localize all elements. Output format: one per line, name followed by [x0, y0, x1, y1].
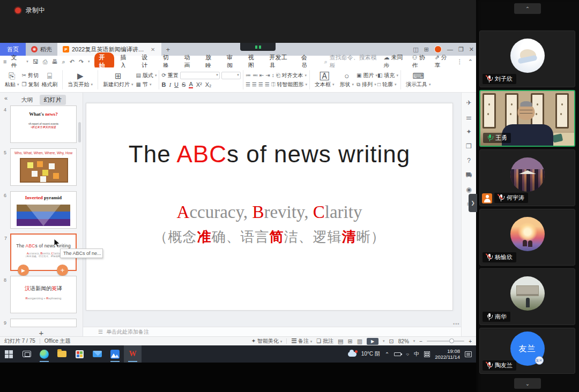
redo-icon[interactable]: ↷: [79, 58, 84, 65]
outdent-icon[interactable]: ⇤: [259, 72, 264, 78]
task-view-button[interactable]: [18, 345, 35, 363]
account-avatar[interactable]: [434, 46, 442, 53]
scroll-down-button[interactable]: ⌄: [514, 378, 541, 389]
zoom-knob[interactable]: [449, 338, 454, 343]
font-name-select[interactable]: [180, 72, 220, 79]
panel-scrollbar[interactable]: [78, 122, 81, 142]
tab-close-icon[interactable]: ✕: [150, 47, 156, 52]
meeting-app-button[interactable]: [106, 345, 124, 363]
bold-button[interactable]: B: [161, 81, 166, 88]
layout-button[interactable]: ▤版式▾: [136, 72, 157, 79]
help-icon[interactable]: ?: [467, 157, 471, 164]
ribbon-collapse-icon[interactable]: ⌃: [468, 58, 473, 65]
current-slide[interactable]: The ABCs of news writing Accuracy, Brevi…: [86, 103, 453, 311]
file-explorer-button[interactable]: [53, 345, 71, 363]
undo-icon[interactable]: ↶: [70, 58, 75, 65]
cut-button[interactable]: ✂剪切: [22, 72, 39, 79]
object-properties-icon[interactable]: ⚌: [466, 114, 472, 121]
justify-icon[interactable]: ☰: [265, 81, 270, 87]
italic-button[interactable]: I: [169, 81, 171, 88]
indent-icon[interactable]: ⇥: [265, 72, 270, 78]
participant-tile[interactable]: 南华: [479, 268, 575, 325]
normal-view-icon[interactable]: ▤: [338, 338, 343, 345]
scroll-up-button[interactable]: ⌃: [514, 3, 541, 14]
notes-resize-handle[interactable]: •••: [453, 321, 459, 327]
comments-button[interactable]: ❑ 批注: [316, 337, 333, 345]
subscript-button[interactable]: X₂: [205, 81, 212, 88]
participant-tile[interactable]: 杨愉欣: [479, 209, 575, 266]
slide-thumb-8[interactable]: 8 汉语新闻的英译 Reorganizing + Rephrasing: [10, 276, 77, 313]
fit-window-icon[interactable]: ⊡: [389, 338, 394, 345]
interface-mode-icon[interactable]: ◫: [413, 46, 418, 53]
clock[interactable]: 19:08 2022/11/14: [435, 348, 460, 360]
format-painter-button[interactable]: ⌸格式刷: [39, 72, 60, 88]
apps-grid-icon[interactable]: ⊞: [424, 46, 429, 53]
panel-collapse-icon[interactable]: «: [4, 95, 8, 101]
zoom-slider[interactable]: [427, 341, 464, 342]
network-icon[interactable]: ⌔: [406, 351, 409, 357]
smart-beautify-button[interactable]: ✦ 智能美化 ▾: [251, 337, 282, 345]
font-color-button[interactable]: A: [189, 81, 192, 88]
align-right-icon[interactable]: ☰: [258, 81, 263, 87]
minimize-button[interactable]: —: [447, 46, 453, 52]
outline-button[interactable]: □轮廓▾: [377, 81, 398, 88]
notification-center-icon[interactable]: [465, 351, 472, 357]
align-center-icon[interactable]: ☰: [252, 81, 257, 87]
ime-indicator[interactable]: 中: [414, 350, 419, 358]
touch-keyboard-icon[interactable]: [424, 351, 430, 357]
slide-thumb-9[interactable]: 9: [10, 319, 77, 327]
present-tools-button[interactable]: ⌨演示工具▾: [403, 72, 434, 88]
tab-docer[interactable]: ❋ 稻壳: [26, 43, 57, 56]
duplicate-pane-icon[interactable]: ❐: [466, 142, 472, 150]
picture-button[interactable]: ▣图片▾: [357, 72, 377, 79]
zoom-out-button[interactable]: −: [419, 338, 422, 344]
slide-thumb-6[interactable]: 6 Inverted pyramid: [10, 191, 77, 229]
participant-tile[interactable]: 何宇涛: [479, 149, 575, 206]
thumb-add-button[interactable]: +: [57, 265, 68, 276]
participant-tile[interactable]: 王勇: [479, 90, 575, 147]
preview-icon[interactable]: ⌕: [62, 58, 65, 65]
section-button[interactable]: ▦节▾: [136, 81, 157, 88]
start-button[interactable]: [0, 345, 18, 363]
text-box-button[interactable]: 🄰文本框▾: [312, 72, 337, 88]
slide-thumb-5[interactable]: 5 Who, What, When, Where, Why, How: [10, 148, 77, 186]
underline-button[interactable]: U: [174, 81, 179, 88]
mail-button[interactable]: [88, 345, 106, 363]
participant-tile[interactable]: 刘子欣: [479, 31, 575, 87]
zoom-level[interactable]: 82%: [398, 338, 409, 344]
zoom-in-button[interactable]: +: [469, 338, 472, 344]
superscript-button[interactable]: X²: [196, 81, 202, 88]
battery-icon[interactable]: [394, 352, 401, 356]
weather-text[interactable]: 10°C 阴: [361, 350, 380, 358]
slide-thumb-4[interactable]: 4 What's news? •A report of recent event…: [10, 105, 77, 143]
paste-button[interactable]: ⎘粘贴▾: [2, 72, 22, 88]
strikethrough-button[interactable]: S: [182, 81, 185, 88]
thumb-play-button[interactable]: ▶: [18, 265, 29, 276]
shape-button[interactable]: ○形状▾: [337, 72, 357, 88]
bullets-icon[interactable]: ≔: [246, 72, 251, 78]
navigation-icon[interactable]: ◉: [466, 186, 471, 193]
weather-icon[interactable]: [348, 352, 357, 357]
slideshow-button[interactable]: ▶: [367, 338, 378, 345]
tray-expand-icon[interactable]: ⌃: [385, 351, 389, 357]
arrange-button[interactable]: ⧉排列▾: [357, 81, 377, 88]
store-button[interactable]: [71, 345, 88, 363]
sidebar-collapse-handle[interactable]: ❯: [469, 194, 477, 212]
notes-button[interactable]: ☰ 备注 ▾: [291, 337, 312, 345]
sorter-view-icon[interactable]: ⊞: [347, 338, 352, 345]
reading-view-icon[interactable]: ▥: [357, 338, 362, 345]
notes-bar[interactable]: ☰ 单击此处添加备注: [83, 327, 461, 336]
smart-beautify-icon[interactable]: ✦: [466, 128, 471, 135]
close-button[interactable]: ✕: [469, 46, 474, 53]
print-icon[interactable]: 🖶: [52, 58, 58, 65]
numbering-icon[interactable]: ≕: [253, 72, 258, 78]
restore-button[interactable]: ❐: [458, 46, 464, 53]
slideshow-caret-icon[interactable]: ▾: [383, 339, 385, 343]
participant-tile[interactable]: 友兰 复旦 陶友兰: [479, 328, 575, 374]
reset-button[interactable]: ⟳重置: [161, 72, 240, 79]
hamburger-icon[interactable]: ≡: [3, 58, 6, 65]
copy-button[interactable]: ❐复制: [22, 81, 39, 88]
to-smart-graphic-button[interactable]: ⎅ 转智能图形: [271, 81, 304, 88]
tab-slides[interactable]: 幻灯片: [40, 95, 66, 105]
more-icon[interactable]: ⋮: [457, 58, 463, 65]
